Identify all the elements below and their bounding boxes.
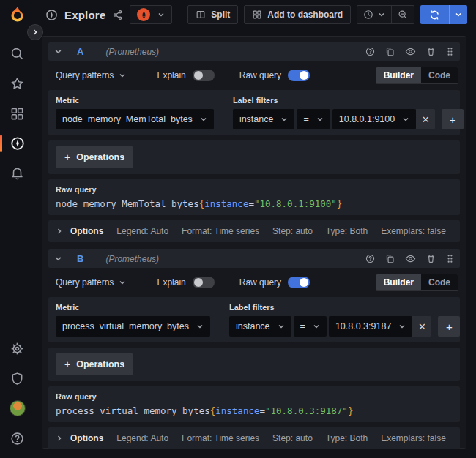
- chevron-down-icon: [119, 279, 126, 286]
- bell-icon: [10, 167, 24, 181]
- chevron-right-icon: [56, 228, 63, 235]
- duplicate-query-icon[interactable]: [385, 254, 395, 263]
- metric-select[interactable]: process_virtual_memory_bytes: [56, 316, 210, 337]
- remove-filter-button[interactable]: ✕: [412, 316, 431, 337]
- explore-main-area: A (Prometheus) Query patterns Explain Ra…: [34, 29, 476, 458]
- add-to-dashboard-button[interactable]: Add to dashboard: [244, 5, 351, 24]
- raw-query-code: node_memory_MemTotal_bytes{instance="10.…: [56, 198, 453, 209]
- page-title: Explore: [64, 9, 105, 21]
- chevron-down-icon: [200, 116, 207, 123]
- sidebar-item-configuration[interactable]: [10, 340, 26, 356]
- collapse-chevron-icon[interactable]: [54, 255, 62, 263]
- sidebar: [0, 29, 34, 458]
- drag-handle-icon[interactable]: [446, 47, 454, 56]
- query-row-header[interactable]: A (Prometheus): [48, 42, 460, 61]
- query-patterns-label: Query patterns: [56, 70, 114, 80]
- options-expand-toggle[interactable]: Options: [56, 433, 103, 443]
- raw-query-toggle[interactable]: [288, 70, 310, 81]
- split-icon: [196, 10, 206, 20]
- prometheus-icon: [137, 8, 150, 21]
- filter-value-select[interactable]: 10.8.0.1:9100: [332, 109, 416, 129]
- options-legend: Legend: Auto: [116, 433, 168, 443]
- dashboards-icon: [10, 107, 24, 121]
- filter-operator-select[interactable]: =: [294, 316, 327, 337]
- add-to-dashboard-label: Add to dashboard: [267, 10, 343, 20]
- sidebar-item-help[interactable]: [10, 430, 26, 446]
- query-ref-id[interactable]: A: [77, 46, 83, 57]
- options-step: Step: auto: [272, 433, 313, 443]
- chevron-right-icon: [56, 435, 63, 442]
- raw-key-token: instance: [215, 405, 259, 416]
- raw-metric-token: process_virtual_memory_bytes: [56, 405, 210, 416]
- add-filter-button[interactable]: +: [442, 109, 464, 129]
- grafana-logo[interactable]: [8, 6, 26, 24]
- filter-key-select[interactable]: instance: [229, 316, 291, 337]
- star-icon: [10, 77, 24, 91]
- split-button[interactable]: Split: [187, 5, 238, 24]
- datasource-picker[interactable]: [130, 5, 172, 24]
- query-help-icon[interactable]: [365, 47, 375, 56]
- sidebar-item-search[interactable]: [10, 45, 26, 61]
- explain-toggle[interactable]: [193, 277, 215, 288]
- query-ref-id[interactable]: B: [77, 253, 83, 264]
- delete-query-trash-icon[interactable]: [426, 47, 436, 56]
- share-icon[interactable]: [112, 10, 123, 20]
- operations-label: Operations: [76, 152, 124, 162]
- raw-eq-token: =: [248, 198, 254, 209]
- filter-value-select[interactable]: 10.8.0.3:9187: [329, 316, 412, 337]
- time-range-picker[interactable]: [357, 6, 391, 23]
- code-mode-button[interactable]: Code: [421, 67, 458, 83]
- shield-icon: [10, 372, 24, 386]
- filter-key-value: instance: [239, 114, 274, 124]
- filter-operator-select[interactable]: =: [297, 109, 330, 129]
- builder-mode-button[interactable]: Builder: [376, 274, 421, 290]
- sidebar-item-alerting[interactable]: [10, 165, 26, 181]
- help-circle-icon: [10, 432, 24, 446]
- hide-query-eye-icon[interactable]: [405, 253, 416, 264]
- raw-value-token: "10.8.0.1:9100": [254, 198, 337, 209]
- chevron-down-icon: [278, 323, 285, 330]
- zoom-out-button[interactable]: [391, 6, 414, 23]
- query-patterns-dropdown[interactable]: Query patterns: [56, 70, 126, 80]
- add-operation-button[interactable]: + Operations: [56, 353, 133, 375]
- raw-query-label: Raw query: [56, 185, 453, 194]
- sidebar-item-starred[interactable]: [10, 75, 26, 91]
- sidebar-item-explore[interactable]: [10, 135, 26, 151]
- metric-filters-card: Metric process_virtual_memory_bytes Labe…: [48, 297, 460, 342]
- hide-query-eye-icon[interactable]: [405, 46, 416, 57]
- sidebar-item-dashboards[interactable]: [10, 105, 26, 121]
- filter-key-select[interactable]: instance: [233, 109, 295, 129]
- chevron-down-icon: [316, 116, 324, 123]
- raw-query-toggle[interactable]: [288, 277, 310, 288]
- sidebar-item-profile[interactable]: [10, 400, 26, 416]
- collapse-chevron-icon[interactable]: [54, 48, 62, 56]
- builder-mode-button[interactable]: Builder: [376, 67, 421, 83]
- run-query-button[interactable]: [420, 5, 467, 24]
- explain-toggle[interactable]: [193, 70, 215, 81]
- operations-label: Operations: [76, 359, 124, 369]
- chevron-down-icon: [402, 116, 409, 123]
- drag-handle-icon[interactable]: [446, 254, 454, 263]
- plus-icon: +: [450, 113, 456, 126]
- query-patterns-dropdown[interactable]: Query patterns: [56, 277, 126, 288]
- sidebar-expand-button[interactable]: [27, 24, 43, 40]
- refresh-icon: [429, 10, 440, 20]
- delete-query-trash-icon[interactable]: [426, 254, 436, 263]
- chevron-down-icon: [157, 11, 165, 18]
- query-toolbar: Query patterns Explain Raw query Builder…: [56, 67, 458, 84]
- user-avatar: [10, 400, 26, 416]
- query-help-icon[interactable]: [365, 254, 375, 263]
- close-icon: ✕: [422, 114, 430, 125]
- query-row-header[interactable]: B (Prometheus): [48, 249, 460, 268]
- explore-compass-icon: [10, 136, 25, 151]
- options-type: Type: Both: [326, 433, 368, 443]
- options-expand-toggle[interactable]: Options: [56, 226, 103, 236]
- remove-filter-button[interactable]: ✕: [416, 109, 435, 129]
- sidebar-item-server-admin[interactable]: [10, 370, 26, 386]
- metric-select[interactable]: node_memory_MemTotal_bytes: [56, 109, 214, 129]
- add-operation-button[interactable]: + Operations: [56, 146, 133, 168]
- duplicate-query-icon[interactable]: [385, 47, 395, 56]
- filter-operator-value: =: [303, 114, 308, 124]
- code-mode-button[interactable]: Code: [421, 274, 458, 290]
- add-filter-button[interactable]: +: [438, 316, 460, 337]
